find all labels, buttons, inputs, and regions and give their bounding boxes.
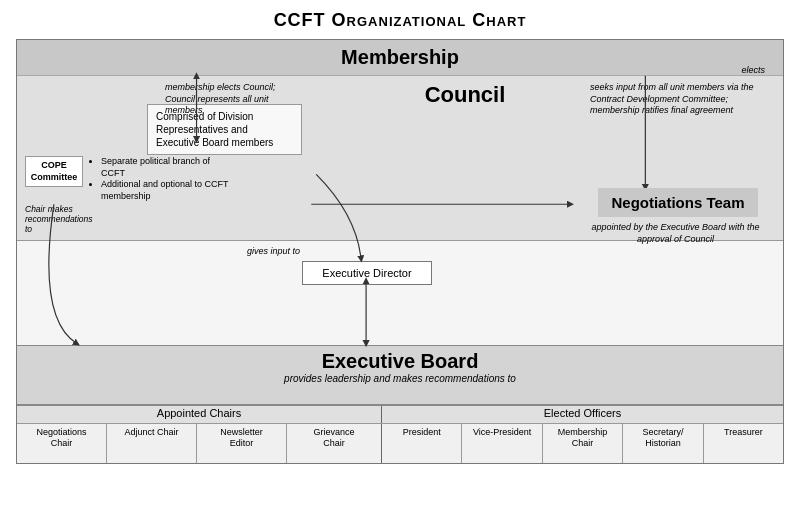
membership-box: Membership [17, 40, 783, 76]
chairs-header-row: Appointed Chairs Elected Officers [17, 406, 783, 424]
chair-note: Chair makes recommendations to [25, 204, 90, 235]
cope-label: COPECommittee [31, 160, 78, 182]
officer-president: President [382, 424, 462, 464]
cope-details: Separate political branch of CCFT Additi… [87, 156, 232, 203]
chair-grievance: Grievance Chair [287, 424, 382, 464]
chair-negotiations: Negotiations Chair [17, 424, 107, 464]
gives-input-text: gives input to [247, 246, 300, 256]
membership-label: Membership [341, 46, 459, 69]
negotiations-box: Negotiations Team [598, 188, 758, 217]
appointed-chairs-header: Appointed Chairs [17, 406, 382, 423]
membership-elects-text: membership elects Council;Council repres… [165, 82, 295, 117]
cope-bullet1: Separate political branch of CCFT [101, 156, 232, 179]
cope-bullet2: Additional and optional to CCFT membersh… [101, 179, 232, 202]
elects-text: elects [741, 65, 765, 75]
officer-vp: Vice-President [462, 424, 542, 464]
officer-secretary: Secretary/ Historian [623, 424, 703, 464]
middle-section: Executive Director gives input to [17, 241, 783, 345]
officer-membership: Membership Chair [543, 424, 623, 464]
negotiations-note: appointed by the Executive Board with th… [578, 222, 773, 245]
chair-newsletter: Newsletter Editor [197, 424, 287, 464]
exec-board-title: Executive Board [17, 346, 783, 373]
page-title: CCFT Organizational Chart [15, 10, 785, 31]
chairs-section: Appointed Chairs Elected Officers Negoti… [17, 405, 783, 464]
exec-director-box: Executive Director [302, 261, 432, 285]
chair-adjunct: Adjunct Chair [107, 424, 197, 464]
elected-officers-header: Elected Officers [382, 406, 783, 423]
seeks-input-text: seeks input from all unit members via th… [590, 82, 765, 117]
cope-box: COPECommittee [25, 156, 83, 187]
exec-board-subtitle: provides leadership and makes recommenda… [17, 373, 783, 384]
org-chart: Membership Council Comprised of Division… [16, 39, 784, 464]
chairs-cells-row: Negotiations Chair Adjunct Chair Newslet… [17, 424, 783, 464]
officer-treasurer: Treasurer [704, 424, 783, 464]
exec-board-section: Executive Board provides leadership and … [17, 345, 783, 405]
